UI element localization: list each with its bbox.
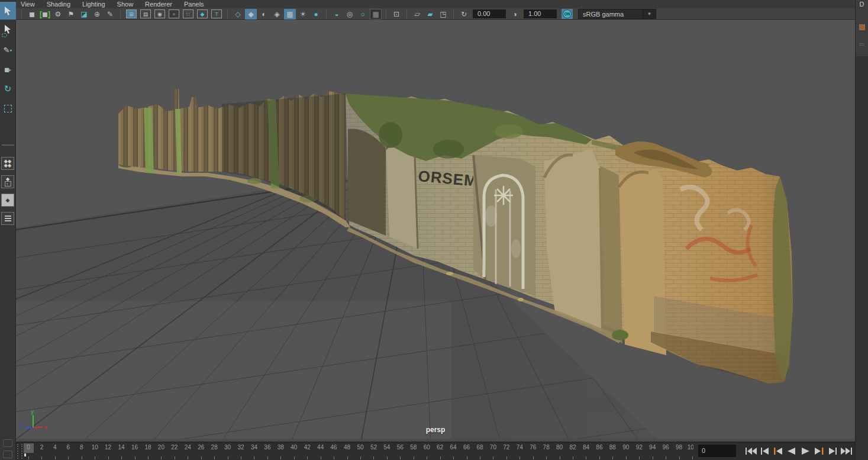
menu-shading[interactable]: Shading [47, 1, 70, 8]
frame-label-6[interactable]: 6 [67, 444, 70, 451]
frame-label-90[interactable]: 90 [622, 444, 629, 451]
layer-editor-icon[interactable]: ▭ [859, 41, 864, 47]
occlusion-icon[interactable]: ◒ [331, 9, 343, 20]
bookmark-icon[interactable]: ⚑ [65, 9, 77, 20]
outliner-layout-button[interactable] [1, 212, 14, 225]
channel-box-icon[interactable] [859, 24, 865, 30]
menu-show[interactable]: Show [117, 1, 134, 8]
frame-label-52[interactable]: 52 [370, 444, 377, 451]
color-management-toggle[interactable]: ON [562, 9, 573, 19]
xray-active-icon[interactable]: ◳ [437, 9, 449, 20]
frame-label-20[interactable]: 20 [158, 444, 164, 451]
frame-label-12[interactable]: 12 [105, 444, 111, 451]
grid-icon[interactable]: ⊞ [126, 9, 137, 18]
frame-label-24[interactable]: 24 [185, 444, 191, 451]
xray-joints-icon[interactable]: ▰ [424, 9, 436, 20]
safe-title-icon[interactable]: T [211, 9, 222, 18]
four-view-layout-button[interactable]: ◆◆◆◆ [1, 157, 14, 170]
grease-pencil-icon[interactable]: ✎ [104, 9, 116, 20]
frame-label-58[interactable]: 58 [410, 444, 417, 451]
shaded-icon[interactable]: ◆ [245, 9, 257, 20]
frame-label-2[interactable]: 2 [40, 444, 44, 451]
menu-lighting[interactable]: Lighting [82, 1, 105, 8]
lights-icon[interactable]: ☀ [297, 9, 309, 20]
frame-label-94[interactable]: 94 [649, 444, 656, 451]
time-slider[interactable]: 0246810121416182022242628303234363840424… [22, 442, 693, 460]
motion-blur-icon[interactable]: ◎ [344, 9, 356, 20]
render-target-icon[interactable]: ▦ [370, 9, 382, 20]
frame-label-14[interactable]: 14 [118, 444, 125, 451]
frame-label-10[interactable]: 10 [92, 444, 98, 451]
marquee-select-tool[interactable] [0, 99, 16, 117]
frame-label-22[interactable]: 22 [171, 444, 178, 451]
frame-label-100[interactable]: 100 [688, 444, 693, 451]
help-line-icon[interactable] [3, 439, 12, 447]
safe-action-icon[interactable]: ◆ [197, 9, 208, 18]
paint-select-tool[interactable]: ✎● [0, 41, 16, 59]
frame-label-48[interactable]: 48 [344, 444, 350, 451]
viewport-persp[interactable]: ORSEMS [16, 20, 855, 442]
frame-label-30[interactable]: 30 [224, 444, 231, 451]
depth-of-field-icon[interactable]: ○ [357, 9, 369, 20]
go-to-end-button[interactable] [840, 446, 853, 456]
exposure-field[interactable]: 0.00 [473, 9, 506, 18]
frame-label-36[interactable]: 36 [264, 444, 270, 451]
frame-label-46[interactable]: 46 [331, 444, 337, 451]
camera-label[interactable]: persp [426, 426, 446, 434]
menu-view[interactable]: View [21, 1, 35, 8]
chevron-down-icon[interactable]: ▼ [643, 9, 656, 18]
frame-label-38[interactable]: 38 [277, 444, 284, 451]
frame-label-82[interactable]: 82 [569, 444, 576, 451]
gate-mask-icon[interactable]: ● [169, 9, 179, 18]
contrast-icon[interactable]: ◑ [509, 9, 521, 20]
frame-label-28[interactable]: 28 [211, 444, 218, 451]
frame-label-18[interactable]: 18 [144, 444, 151, 451]
select-tool[interactable] [0, 2, 16, 20]
frame-label-44[interactable]: 44 [317, 444, 324, 451]
frame-label-54[interactable]: 54 [383, 444, 390, 451]
frame-label-34[interactable]: 34 [251, 444, 257, 451]
frame-label-64[interactable]: 64 [450, 444, 457, 451]
wireframe-icon[interactable]: ◇ [232, 9, 244, 20]
field-chart-icon[interactable]: ∷ [183, 9, 193, 18]
menu-panels[interactable]: Panels [184, 1, 204, 8]
frame-label-40[interactable]: 40 [291, 444, 297, 451]
scanned-wall-model[interactable]: ORSEMS [117, 89, 793, 384]
frame-label-98[interactable]: 98 [676, 444, 682, 451]
view-transform-dropdown[interactable]: sRGB gamma▼ [578, 9, 656, 19]
textured-icon[interactable]: ▩ [284, 9, 296, 20]
image-plane-icon[interactable]: ◪ [78, 9, 90, 20]
rotate-tool[interactable]: ↻ [0, 80, 16, 98]
shadows-icon[interactable]: ● [310, 9, 322, 20]
film-gate-icon[interactable]: ▤ [140, 9, 151, 18]
step-back-frame-button[interactable] [758, 446, 771, 456]
wireframe-on-shaded-icon[interactable]: ◐ [258, 9, 270, 20]
pan-zoom-icon[interactable]: ⊕ [91, 9, 103, 20]
frame-label-8[interactable]: 8 [80, 444, 83, 451]
play-backward-button[interactable] [785, 446, 798, 456]
single-view-layout-button[interactable]: ◆ [1, 194, 14, 207]
frame-label-74[interactable]: 74 [517, 444, 523, 451]
move-tool[interactable]: ◼▸ [0, 60, 16, 78]
frame-label-72[interactable]: 72 [503, 444, 509, 451]
split-view-layout-button[interactable]: ◆＋ [1, 175, 14, 188]
default-material-icon[interactable]: ◈ [271, 9, 283, 20]
current-time-field[interactable]: 0 [698, 445, 736, 457]
frame-label-70[interactable]: 70 [490, 444, 496, 451]
frame-label-66[interactable]: 66 [463, 444, 470, 451]
frame-label-92[interactable]: 92 [636, 444, 643, 451]
frame-label-68[interactable]: 68 [476, 444, 483, 451]
frame-label-60[interactable]: 60 [424, 444, 430, 451]
isolate-select-icon[interactable]: ⊡ [391, 9, 402, 20]
command-line-icon[interactable] [3, 451, 12, 458]
frame-label-26[interactable]: 26 [198, 444, 204, 451]
lock-camera-icon[interactable]: [◼] [39, 9, 51, 20]
frame-label-80[interactable]: 80 [556, 444, 563, 451]
step-back-key-button[interactable] [772, 446, 785, 456]
frame-label-62[interactable]: 62 [437, 444, 443, 451]
frame-label-16[interactable]: 16 [131, 444, 138, 451]
time-slider-grip[interactable] [17, 444, 22, 459]
frame-label-56[interactable]: 56 [397, 444, 404, 451]
frame-label-42[interactable]: 42 [304, 444, 311, 451]
menu-renderer[interactable]: Renderer [145, 1, 172, 8]
